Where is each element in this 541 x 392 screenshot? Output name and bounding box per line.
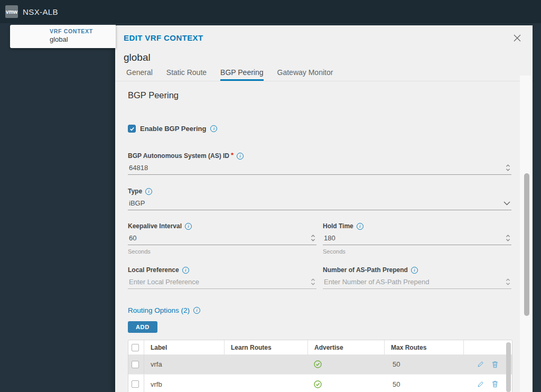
delete-icon[interactable] xyxy=(492,380,498,388)
hold-time-input[interactable] xyxy=(324,234,506,242)
info-icon[interactable]: i xyxy=(145,188,152,195)
as-path-prepend-input[interactable] xyxy=(324,278,506,286)
keepalive-label: Keepalive Interval xyxy=(128,222,182,230)
row-checkbox[interactable] xyxy=(132,380,139,388)
info-icon[interactable]: i xyxy=(193,307,200,314)
as-id-label: BGP Autonomous System (AS) ID xyxy=(128,152,229,160)
vrf-context-value: global xyxy=(50,35,116,43)
hold-time-label: Hold Time xyxy=(323,222,353,230)
keepalive-input[interactable] xyxy=(129,234,311,242)
row-label: vrfa xyxy=(144,354,224,374)
close-icon[interactable] xyxy=(512,33,522,43)
advertise-check-icon xyxy=(314,380,322,388)
vrf-context-label: VRF CONTEXT xyxy=(50,28,116,34)
number-stepper-icon[interactable] xyxy=(506,278,510,286)
select-all-checkbox[interactable] xyxy=(132,344,139,351)
info-icon[interactable]: i xyxy=(411,267,418,274)
row-advertise xyxy=(307,360,384,368)
enable-bgp-peering-label: Enable BGP Peering xyxy=(140,125,206,133)
keepalive-helper: Seconds xyxy=(128,248,316,255)
row-max-routes: 50 xyxy=(384,380,463,388)
routing-options-heading: Routing Options (2) xyxy=(128,306,190,314)
type-select[interactable] xyxy=(128,197,511,210)
delete-icon[interactable] xyxy=(492,361,498,368)
table-header-row: Label Learn Routes Advertise Max Routes xyxy=(128,340,512,354)
info-icon[interactable]: i xyxy=(237,153,244,160)
modal-subtitle: global xyxy=(124,52,533,63)
tab-bar: General Static Route BGP Peering Gateway… xyxy=(115,68,533,81)
modal-scrollbar[interactable] xyxy=(524,173,529,316)
as-id-input[interactable] xyxy=(129,164,506,172)
modal-title: EDIT VRF CONTEXT xyxy=(124,33,203,42)
local-preference-label: Local Preference xyxy=(128,266,179,274)
row-checkbox[interactable] xyxy=(132,361,139,368)
column-header-advertise[interactable]: Advertise xyxy=(307,340,384,354)
row-max-routes: 50 xyxy=(384,360,463,368)
top-bar: vmw NSX-ALB xyxy=(0,0,541,23)
advertise-check-icon xyxy=(314,360,322,368)
row-label: vrfb xyxy=(144,375,224,392)
chevron-down-icon xyxy=(503,201,510,206)
info-icon[interactable]: i xyxy=(357,223,363,230)
vmware-logo[interactable]: vmw xyxy=(5,5,18,18)
info-icon[interactable]: i xyxy=(185,223,192,230)
tab-gateway-monitor[interactable]: Gateway Monitor xyxy=(277,68,333,81)
edit-icon[interactable] xyxy=(477,361,484,368)
routing-options-table: Label Learn Routes Advertise Max Routes … xyxy=(128,340,512,392)
section-heading: BGP Peering xyxy=(128,90,511,100)
column-header-learn-routes[interactable]: Learn Routes xyxy=(224,340,307,354)
required-marker: * xyxy=(231,151,234,159)
bgp-peering-panel: BGP Peering Enable BGP Peering i BGP Aut… xyxy=(115,90,533,392)
number-stepper-icon[interactable] xyxy=(311,234,315,242)
add-button[interactable]: ADD xyxy=(128,321,157,333)
table-row[interactable]: vrfa 50 xyxy=(128,354,512,374)
number-stepper-icon[interactable] xyxy=(506,164,510,172)
tab-bgp-peering[interactable]: BGP Peering xyxy=(220,68,263,81)
column-header-label[interactable]: Label xyxy=(144,340,224,354)
tab-static-route[interactable]: Static Route xyxy=(166,68,207,81)
table-scrollbar[interactable] xyxy=(506,342,511,392)
edit-vrf-context-modal: EDIT VRF CONTEXT global General Static R… xyxy=(115,25,533,392)
hold-time-helper: Seconds xyxy=(323,248,511,255)
as-path-prepend-label: Number of AS-Path Prepend xyxy=(323,266,408,274)
tab-general[interactable]: General xyxy=(126,68,153,81)
type-select-value[interactable] xyxy=(129,199,503,207)
local-preference-input[interactable] xyxy=(129,278,311,286)
info-icon[interactable]: i xyxy=(210,125,217,132)
enable-bgp-peering-checkbox[interactable] xyxy=(128,125,136,133)
app-title: NSX-ALB xyxy=(23,7,58,16)
number-stepper-icon[interactable] xyxy=(506,234,510,242)
table-row[interactable]: vrfb 50 xyxy=(128,374,512,392)
column-header-max-routes[interactable]: Max Routes xyxy=(384,340,463,354)
number-stepper-icon[interactable] xyxy=(311,278,315,286)
edit-icon[interactable] xyxy=(477,381,484,388)
row-advertise xyxy=(307,380,384,388)
vrf-context-card[interactable]: VRF CONTEXT global xyxy=(10,25,116,48)
info-icon[interactable]: i xyxy=(182,267,189,274)
type-label: Type xyxy=(128,188,142,195)
